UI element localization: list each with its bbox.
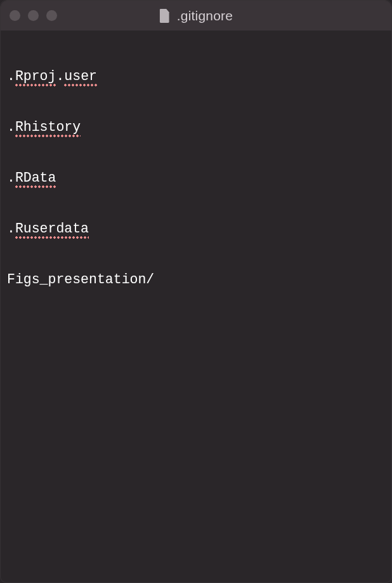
minimize-window-button[interactable] — [28, 10, 39, 21]
editor-line: .Rhistory — [7, 119, 385, 137]
spell-error: Rproj — [15, 68, 56, 86]
file-icon — [159, 9, 171, 23]
editor-line: .Ruserdata — [7, 220, 385, 238]
editor-line: .RData — [7, 170, 385, 187]
spell-error: Rhistory — [15, 119, 81, 137]
spell-error: Ruserdata — [15, 220, 89, 238]
close-window-button[interactable] — [10, 10, 20, 21]
zoom-window-button[interactable] — [46, 10, 57, 21]
spell-error: user — [64, 68, 97, 86]
editor-line: Figs_presentation/ — [7, 271, 385, 288]
title-bar: .gitignore — [1, 1, 391, 31]
window-title: .gitignore — [177, 8, 233, 23]
spell-error: RData — [15, 170, 56, 187]
title: .gitignore — [159, 8, 233, 23]
editor-line: .Rproj.user — [7, 68, 385, 86]
window-controls — [10, 10, 57, 21]
text-editor[interactable]: .Rproj.user .Rhistory .RData .Ruserdata … — [1, 31, 391, 308]
